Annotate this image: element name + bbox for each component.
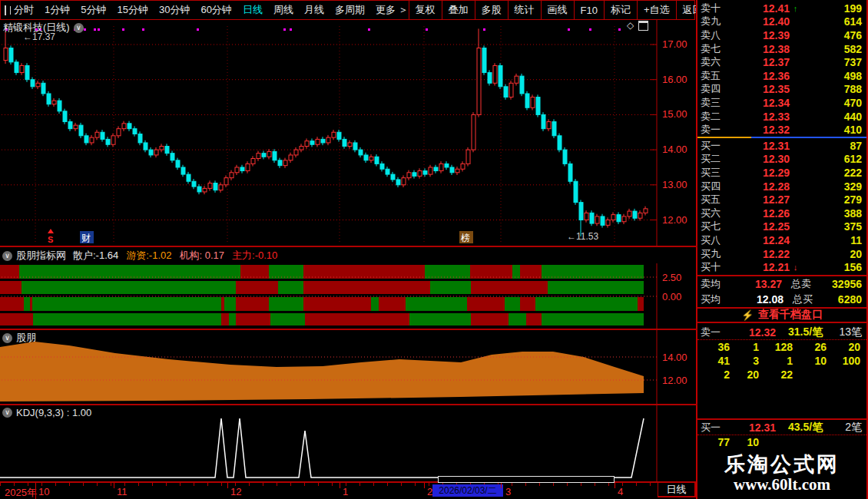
tab-period-9[interactable]: 多周期 bbox=[335, 3, 365, 17]
sell-queue-cell: 10 bbox=[793, 355, 827, 367]
tab-period-2[interactable]: 5分钟 bbox=[81, 3, 106, 17]
sell-price: 12.35 bbox=[747, 83, 790, 95]
kdj-chart[interactable] bbox=[0, 405, 697, 481]
buy-volume: 11 bbox=[801, 234, 862, 246]
buy-row-2[interactable]: 买三12.29222 bbox=[697, 166, 866, 180]
sell-queue-cell: 3 bbox=[730, 355, 759, 367]
sell-row-5[interactable]: 卖五12.36498 bbox=[697, 69, 866, 83]
diamond-icon[interactable]: ◇ bbox=[627, 20, 634, 31]
sell-row-2[interactable]: 卖八12.39476 bbox=[697, 28, 866, 42]
area-indicator[interactable]: 14.0012.00 bbox=[0, 329, 697, 404]
sell-queue-row-0: 3611282620 bbox=[697, 340, 866, 354]
toolbar-button-1[interactable]: 叠加 bbox=[442, 1, 475, 19]
chart-corner-icons: ◇ bbox=[627, 20, 648, 31]
toolbar-button-4[interactable]: 画线 bbox=[541, 1, 574, 19]
sell-row-9[interactable]: 卖一12.32410 bbox=[697, 123, 866, 137]
tab-period-8[interactable]: 月线 bbox=[304, 3, 324, 17]
sell-queue-cell: 1 bbox=[759, 355, 793, 367]
tab-period-5[interactable]: 60分钟 bbox=[200, 3, 231, 17]
sell-row-8[interactable]: 卖二12.33440 bbox=[697, 110, 866, 124]
sell-row-7[interactable]: 卖三12.34470 bbox=[697, 96, 866, 110]
buy-one-price: 12.31 bbox=[739, 421, 776, 434]
chevron-down-icon[interactable]: ∨ bbox=[2, 333, 12, 343]
buy-row-4[interactable]: 买五12.27279 bbox=[697, 193, 866, 207]
y-axis-label: 12.00 bbox=[662, 214, 687, 226]
sell-row-1[interactable]: 卖九12.40614 bbox=[697, 15, 866, 29]
ind1-values: 散户:-1.64游资:-1.02机构: 0.17主力:-0.10 bbox=[73, 249, 277, 263]
window-split-icon[interactable] bbox=[5, 5, 6, 15]
sell-row-6[interactable]: 卖四12.35788 bbox=[697, 83, 866, 97]
minor-ticks bbox=[0, 483, 658, 486]
sell-level-label: 卖九 bbox=[701, 15, 747, 28]
sell-queue-detail: 卖一 12.32 31.5/笔 13笔 36112826204131101002… bbox=[697, 325, 866, 382]
buy-row-5[interactable]: 买六12.26388 bbox=[697, 207, 866, 220]
buy-row-7[interactable]: 买八12.2411 bbox=[697, 233, 866, 247]
tab-period-10[interactable]: 更多 ＞ bbox=[376, 3, 409, 17]
sell-one-price: 12.32 bbox=[739, 326, 776, 339]
horizontal-scrollbar[interactable] bbox=[438, 476, 615, 483]
sell-queue-cell: 100 bbox=[827, 355, 860, 367]
tab-period-1[interactable]: 1分钟 bbox=[45, 3, 70, 17]
buy-row-8[interactable]: 买九12.2220 bbox=[697, 247, 866, 261]
kdj-title: KDJ(9,3,3) : 1.00 bbox=[16, 407, 91, 418]
toolbar-button-2[interactable]: 多股 bbox=[475, 1, 508, 19]
sell-queue-cell: 20 bbox=[730, 368, 759, 381]
sell-price: 12.32 bbox=[747, 124, 790, 136]
lightning-icon: ⚡ bbox=[741, 309, 754, 321]
trend-arrow-icon: ↓ bbox=[790, 263, 801, 272]
sell-queue-cell: 26 bbox=[793, 341, 827, 353]
sell-row-0[interactable]: 卖十12.41↑199 bbox=[697, 2, 866, 15]
bands-indicator[interactable]: 2.500.00 bbox=[0, 263, 697, 329]
sell-price: 12.39 bbox=[747, 29, 790, 41]
sell-row-3[interactable]: 卖七12.38582 bbox=[697, 42, 866, 56]
toolbar-button-3[interactable]: 统计 bbox=[508, 1, 541, 19]
buy-row-1[interactable]: 买二12.30612 bbox=[697, 153, 866, 167]
axis-tick bbox=[424, 483, 425, 488]
buy-price: 12.25 bbox=[747, 220, 790, 233]
chevron-down-icon[interactable]: ∨ bbox=[2, 251, 12, 261]
buy-queue-row-0: 7710 bbox=[697, 435, 866, 449]
period-menu: 分时1分钟5分钟15分钟30分钟60分钟日线周线月线多周期更多 ＞ bbox=[11, 3, 409, 17]
date-axis[interactable]: 2025年 2026/02/03/二 1011121234 bbox=[0, 481, 658, 499]
sell-queue-cell: 22 bbox=[759, 368, 793, 381]
tab-period-7[interactable]: 周线 bbox=[273, 3, 293, 17]
axis-tick bbox=[615, 483, 615, 488]
toolbar-button-0[interactable]: 复权 bbox=[409, 1, 442, 19]
buy-price: 12.26 bbox=[747, 207, 790, 220]
candlestick-chart[interactable]: 17.0016.0015.0014.0013.0012.00←17.37←11.… bbox=[0, 20, 697, 246]
buy-row-6[interactable]: 买七12.25375 bbox=[697, 220, 866, 234]
sell-avg-price: 13.27 bbox=[744, 278, 782, 290]
sell-queue-row-2: 22022 bbox=[697, 368, 866, 382]
sell-price: 12.40 bbox=[747, 15, 790, 28]
toolbar-button-6[interactable]: 标记 bbox=[604, 1, 637, 19]
toolbar-button-7[interactable]: +自选 bbox=[637, 1, 676, 19]
bang-marker[interactable]: 榜 bbox=[460, 233, 470, 243]
total-buy-label: 总买 bbox=[784, 292, 834, 306]
tab-period-3[interactable]: 15分钟 bbox=[117, 3, 147, 17]
buy-row-9[interactable]: 买十12.21↓156 bbox=[697, 260, 866, 274]
period-indicator[interactable]: 日线 bbox=[658, 481, 696, 497]
buy-row-3[interactable]: 买四12.28329 bbox=[697, 180, 866, 193]
view-full-depth-link[interactable]: ⚡ 查看千档盘口 bbox=[697, 308, 866, 323]
chart-header: 精锻科技(日线) ∨ bbox=[3, 21, 84, 35]
sell-row-4[interactable]: 卖六12.37737 bbox=[697, 55, 866, 69]
trend-arrow-icon: ↑ bbox=[790, 4, 801, 13]
maximize-icon[interactable] bbox=[638, 21, 648, 31]
cai-marker[interactable]: 财 bbox=[81, 233, 91, 243]
tab-period-6[interactable]: 日线 bbox=[243, 3, 263, 17]
buy-row-0[interactable]: 买一12.3187 bbox=[697, 139, 866, 153]
chevron-down-icon[interactable]: ∨ bbox=[2, 408, 12, 418]
tab-period-0[interactable]: 分时 bbox=[14, 3, 34, 17]
buy-level-label: 买九 bbox=[701, 247, 747, 261]
y-axis-label: 12.00 bbox=[662, 375, 687, 386]
chevron-down-icon[interactable]: ∨ bbox=[74, 23, 84, 33]
tab-period-4[interactable]: 30分钟 bbox=[159, 3, 190, 17]
kdj-header: ∨ KDJ(9,3,3) : 1.00 bbox=[2, 407, 91, 418]
toolbar-button-5[interactable]: F10 bbox=[574, 1, 604, 19]
ind1-field-2: 机构: 0.17 bbox=[180, 249, 225, 263]
buy-volume: 329 bbox=[801, 180, 862, 193]
buy-level-label: 买四 bbox=[701, 180, 747, 193]
action-menu: 复权叠加多股统计画线F10标记+自选返回 bbox=[409, 1, 709, 19]
buy-order-count: 2笔 bbox=[823, 421, 862, 435]
sell-price: 12.37 bbox=[747, 56, 790, 68]
